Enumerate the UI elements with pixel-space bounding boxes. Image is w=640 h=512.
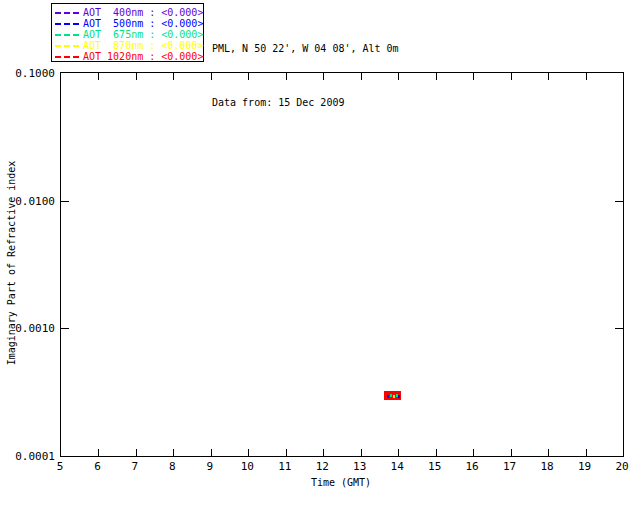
y-tick-label: 0.1000	[0, 67, 55, 80]
legend-line-swatch-icon	[55, 56, 79, 58]
x-axis-tick	[436, 449, 437, 456]
x-axis-tick	[173, 73, 174, 80]
x-axis-tick	[548, 73, 549, 80]
x-axis-tick	[98, 449, 99, 456]
aeronet-plot-page: AOT 400nm : <0.000>AOT 500nm : <0.000>AO…	[0, 0, 640, 512]
x-axis-tick	[136, 73, 137, 80]
x-axis-tick	[136, 449, 137, 456]
legend-item: AOT 1020nm : <0.000>	[55, 51, 203, 62]
data-point-speck	[387, 395, 389, 398]
y-axis-tick	[615, 201, 623, 202]
x-axis-tick	[473, 73, 474, 80]
y-axis-tick	[615, 328, 623, 329]
x-axis-tick	[248, 449, 249, 456]
x-tick-label: 19	[578, 460, 591, 473]
x-tick-label: 12	[316, 460, 329, 473]
x-axis-tick	[548, 449, 549, 456]
x-axis-tick	[248, 73, 249, 80]
x-axis-tick	[473, 449, 474, 456]
data-point-speck	[390, 394, 392, 397]
legend-item-label: AOT 675nm : <0.000>	[83, 29, 203, 40]
x-axis-tick	[361, 449, 362, 456]
legend-line-swatch-icon	[55, 34, 79, 36]
x-tick-label: 18	[540, 460, 553, 473]
y-tick-label: 0.0001	[0, 450, 55, 463]
x-tick-label: 17	[503, 460, 516, 473]
legend-item: AOT 500nm : <0.000>	[55, 18, 203, 29]
plot-area	[60, 72, 624, 457]
x-axis-title: Time (GMT)	[311, 477, 371, 488]
x-tick-label: 11	[278, 460, 291, 473]
x-tick-label: 20	[615, 460, 628, 473]
x-axis-tick	[398, 73, 399, 80]
data-point-speck	[398, 395, 400, 398]
x-axis-tick	[323, 449, 324, 456]
legend-line-swatch-icon	[55, 45, 79, 47]
x-axis-tick	[586, 73, 587, 80]
x-axis-tick	[286, 449, 287, 456]
x-axis-tick	[511, 449, 512, 456]
x-axis-tick	[586, 449, 587, 456]
y-tick-label: 0.0010	[0, 322, 55, 335]
x-tick-label: 8	[169, 460, 176, 473]
x-axis-tick	[361, 73, 362, 80]
header-site-text: PML, N 50 22', W 04 08', Alt 0m	[212, 40, 399, 58]
y-axis-tick	[61, 328, 69, 329]
x-axis-tick	[98, 73, 99, 80]
legend-item-label: AOT 1020nm : <0.000>	[83, 51, 203, 62]
legend-item: AOT 400nm : <0.000>	[55, 7, 203, 18]
x-axis-tick	[323, 73, 324, 80]
legend-box: AOT 400nm : <0.000>AOT 500nm : <0.000>AO…	[51, 3, 204, 62]
x-tick-label: 10	[241, 460, 254, 473]
legend-item: AOT 675nm : <0.000>	[55, 29, 203, 40]
x-axis-tick	[436, 73, 437, 80]
y-axis-tick	[61, 201, 69, 202]
x-axis-tick	[211, 73, 212, 80]
x-tick-label: 7	[132, 460, 139, 473]
x-axis-tick	[511, 73, 512, 80]
data-point-speck	[393, 395, 395, 398]
legend-line-swatch-icon	[55, 23, 79, 25]
x-tick-label: 16	[466, 460, 479, 473]
legend-item: AOT 870nm : <0.000>	[55, 40, 203, 51]
x-tick-label: 15	[428, 460, 441, 473]
x-tick-label: 5	[57, 460, 64, 473]
x-axis-tick	[211, 449, 212, 456]
x-tick-label: 9	[207, 460, 214, 473]
x-tick-label: 13	[353, 460, 366, 473]
x-axis-tick	[398, 449, 399, 456]
x-tick-label: 6	[94, 460, 101, 473]
data-point-marker	[384, 391, 401, 400]
x-tick-label: 14	[391, 460, 404, 473]
legend-item-label: AOT 500nm : <0.000>	[83, 18, 203, 29]
x-axis-tick	[286, 73, 287, 80]
x-axis-tick	[173, 449, 174, 456]
legend-item-label: AOT 400nm : <0.000>	[83, 7, 203, 18]
legend-line-swatch-icon	[55, 12, 79, 14]
legend-item-label: AOT 870nm : <0.000>	[83, 40, 203, 51]
y-tick-label: 0.0100	[0, 195, 55, 208]
